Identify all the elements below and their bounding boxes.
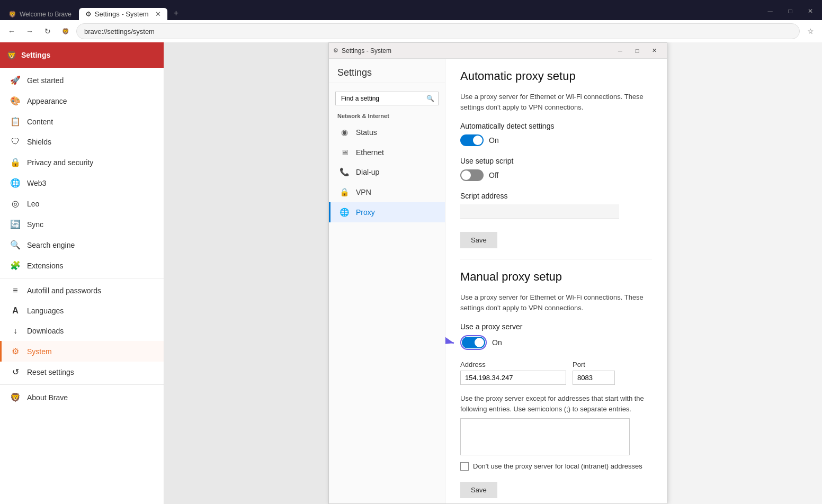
settings-nav-status[interactable]: ◉ Status [329,122,445,142]
manual-proxy-title: Manual proxy setup [460,270,652,284]
tab-welcome[interactable]: 🦁 Welcome to Brave [2,8,78,20]
sidebar-item-autofill[interactable]: ≡ Autofill and passwords [0,281,164,301]
use-proxy-toggle[interactable] [462,337,485,348]
address-port-row: Address Port [460,361,652,385]
exceptions-input[interactable] [460,418,630,455]
new-tab-button[interactable]: + [168,6,184,20]
save-button-2[interactable]: Save [460,482,497,498]
save-button-1[interactable]: Save [460,232,497,248]
web3-icon: 🌐 [10,178,21,188]
settings-panel-title: Settings [329,63,445,83]
manual-proxy-desc: Use a proxy server for Ethernet or Wi-Fi… [460,292,652,313]
brave-logo: 🦁 [6,50,17,60]
settings-nav-dial-up[interactable]: 📞 Dial-up [329,162,445,182]
exceptions-desc: Use the proxy server except for addresse… [460,393,652,414]
palette-icon: 🎨 [10,96,21,106]
port-label: Port [573,361,615,368]
settings-search-input[interactable] [335,92,439,105]
refresh-button[interactable]: ↻ [40,24,55,39]
settings-nav-ethernet[interactable]: 🖥 Ethernet [329,142,445,162]
settings-maximize-btn[interactable]: □ [629,44,646,58]
auto-detect-toggle[interactable] [460,134,484,146]
back-button[interactable]: ← [4,24,19,39]
sidebar-item-privacy-security[interactable]: 🔒 Privacy and security [0,152,164,173]
dont-use-local-checkbox[interactable] [460,462,469,471]
use-proxy-state: On [492,338,502,347]
maximize-button[interactable]: □ [781,4,800,18]
setup-script-state: Off [489,171,498,179]
sidebar-item-web3[interactable]: 🌐 Web3 [0,173,164,193]
minimize-button[interactable]: ─ [761,4,780,18]
bookmark-button[interactable]: ☆ [803,24,818,39]
port-input[interactable] [573,371,615,385]
sidebar-item-about[interactable]: 🦁 About Brave [0,387,164,408]
sidebar-item-get-started[interactable]: 🚀 Get started [0,70,164,91]
search-icon: 🔍 [426,95,434,102]
setup-script-label: Use setup script [460,157,652,165]
system-icon: ⚙ [10,346,21,356]
windows-nav: Settings 🔍 Network & Internet ◉ Status [329,59,445,503]
settings-search-container: 🔍 [329,87,445,110]
home-button[interactable]: 🦁 [58,24,73,39]
script-address-input[interactable] [460,204,619,219]
background-area [667,42,822,504]
ethernet-nav-icon: 🖥 [339,148,350,157]
settings-window-title: Settings - System [342,47,612,55]
sidebar-item-languages[interactable]: A Languages [0,301,164,321]
url-bar[interactable] [76,23,800,39]
sidebar-item-sync[interactable]: 🔄 Sync [0,214,164,235]
vpn-nav-icon: 🔒 [339,187,350,197]
brave-sidebar: 🦁 Settings 🚀 Get started 🎨 Appearance 📋 … [0,42,164,504]
sidebar-item-leo[interactable]: ◎ Leo [0,193,164,214]
settings-nav-vpn[interactable]: 🔒 VPN [329,182,445,202]
brave-settings-title: Settings [21,51,50,59]
settings-title-icon: ⚙ [333,47,338,54]
arrow-annotation [445,330,460,358]
dialup-nav-icon: 📞 [339,167,350,177]
status-nav-icon: ◉ [339,128,350,137]
sidebar-item-content[interactable]: 📋 Content [0,111,164,132]
auto-detect-state: On [489,136,499,145]
sidebar-item-reset[interactable]: ↺ Reset settings [0,362,164,382]
proxy-nav-icon: 🌐 [339,208,350,217]
settings-close-btn[interactable]: ✕ [646,44,663,58]
tab-active-label: Settings - System [95,10,149,18]
tab-settings[interactable]: ⚙ Settings - System ✕ [79,8,167,20]
sidebar-item-appearance[interactable]: 🎨 Appearance [0,91,164,111]
languages-icon: A [10,306,21,316]
auto-proxy-title: Automatic proxy setup [460,69,652,83]
use-proxy-label: Use a proxy server [460,322,652,331]
sidebar-item-downloads[interactable]: ↓ Downloads [0,321,164,341]
address-input[interactable] [460,371,566,385]
close-button[interactable]: ✕ [801,4,820,18]
tab-active-icon: ⚙ [85,10,92,18]
sidebar-item-extensions[interactable]: 🧩 Extensions [0,255,164,276]
script-address-label: Script address [460,192,652,200]
auto-proxy-desc: Use a proxy server for Ethernet or Wi-Fi… [460,92,652,112]
tab-inactive-icon: 🦁 [8,11,16,18]
sidebar-item-shields[interactable]: 🛡 Shields [0,132,164,152]
settings-minimize-btn[interactable]: ─ [612,44,629,58]
setup-script-toggle[interactable] [460,169,484,181]
tab-close-icon[interactable]: ✕ [155,10,161,18]
annotation-arrow-svg [445,330,460,356]
search-engine-icon: 🔍 [10,240,21,250]
dont-use-local-row: Don't use the proxy server for local (in… [460,462,652,471]
shield-icon: 🛡 [10,137,21,147]
forward-button[interactable]: → [22,24,37,39]
settings-category-label: Network & Internet [329,110,445,122]
brave-header: 🦁 Settings [0,42,164,68]
auto-detect-label: Automatically detect settings [460,122,652,130]
about-icon: 🦁 [10,392,21,402]
reset-icon: ↺ [10,367,21,377]
rocket-icon: 🚀 [10,75,21,85]
windows-settings-panel: ⚙ Settings - System ─ □ ✕ Settings [328,42,667,504]
dont-use-local-label: Don't use the proxy server for local (in… [473,462,642,471]
sidebar-item-search-engine[interactable]: 🔍 Search engine [0,235,164,255]
settings-nav-proxy[interactable]: 🌐 Proxy [329,202,445,222]
tab-inactive-label: Welcome to Brave [20,11,72,18]
downloads-icon: ↓ [10,326,21,336]
sync-icon: 🔄 [10,219,21,229]
sidebar-item-system[interactable]: ⚙ System [0,341,164,362]
extensions-icon: 🧩 [10,260,21,271]
